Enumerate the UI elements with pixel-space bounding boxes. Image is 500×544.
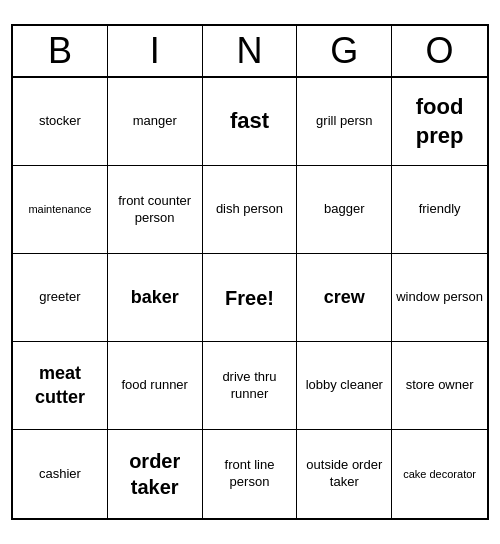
bingo-cell: meat cutter: [13, 342, 108, 430]
header-letter: O: [392, 26, 487, 76]
bingo-cell: dish person: [203, 166, 298, 254]
bingo-cell: crew: [297, 254, 392, 342]
bingo-cell: manger: [108, 78, 203, 166]
bingo-cell: greeter: [13, 254, 108, 342]
bingo-cell: friendly: [392, 166, 487, 254]
bingo-cell: window person: [392, 254, 487, 342]
bingo-cell: food runner: [108, 342, 203, 430]
bingo-cell: fast: [203, 78, 298, 166]
bingo-cell: bagger: [297, 166, 392, 254]
bingo-card: BINGO stockermangerfastgrill persnfood p…: [11, 24, 489, 520]
bingo-cell: front counter person: [108, 166, 203, 254]
header-letter: N: [203, 26, 298, 76]
header-letter: B: [13, 26, 108, 76]
bingo-grid: stockermangerfastgrill persnfood prepmai…: [13, 78, 487, 518]
header-letter: G: [297, 26, 392, 76]
bingo-cell: grill persn: [297, 78, 392, 166]
bingo-cell: outside order taker: [297, 430, 392, 518]
bingo-cell: baker: [108, 254, 203, 342]
bingo-cell: order taker: [108, 430, 203, 518]
bingo-cell: drive thru runner: [203, 342, 298, 430]
bingo-cell: maintenance: [13, 166, 108, 254]
bingo-cell: stocker: [13, 78, 108, 166]
bingo-cell: front line person: [203, 430, 298, 518]
header-letter: I: [108, 26, 203, 76]
bingo-cell: cashier: [13, 430, 108, 518]
bingo-cell: store owner: [392, 342, 487, 430]
bingo-cell: food prep: [392, 78, 487, 166]
bingo-cell: Free!: [203, 254, 298, 342]
bingo-cell: lobby cleaner: [297, 342, 392, 430]
bingo-header: BINGO: [13, 26, 487, 78]
bingo-cell: cake decorator: [392, 430, 487, 518]
